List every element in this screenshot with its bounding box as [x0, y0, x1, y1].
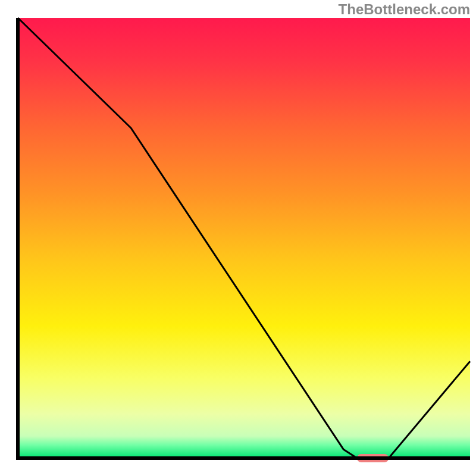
- bottleneck-curve-chart: [0, 0, 476, 476]
- watermark-label: TheBottleneck.com: [339, 1, 470, 18]
- chart-container: TheBottleneck.com: [0, 0, 476, 476]
